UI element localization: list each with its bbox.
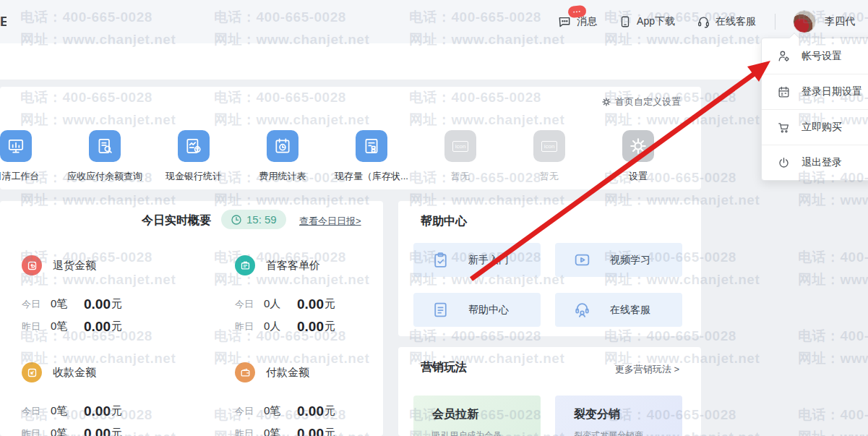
time-value: 15: 59 [246, 213, 277, 226]
expense-calendar-clock-icon [267, 130, 298, 162]
shortcut-receivable-payable-balance[interactable]: 应收应付余额查询 [60, 130, 150, 183]
stat-row: 昨日 0笔 0.00 元 [22, 422, 217, 436]
help-tile-beginner-guide[interactable]: 新手入门 [413, 243, 541, 277]
top-bar: E 消息 ... App下载 在线客服 [0, 0, 868, 43]
menu-item-logout[interactable]: 退出登录 [762, 145, 868, 180]
user-avatar[interactable] [793, 10, 816, 33]
header-band [0, 43, 868, 80]
stat-row: 今日 0笔 0.00 元 [22, 293, 217, 315]
marketing-card: 营销玩法 更多营销玩法 > 会员拉新 吸引用户成为会员 裂变分销 裂变式发展分销… [398, 347, 701, 436]
power-icon [777, 156, 791, 170]
message-icon [557, 14, 572, 29]
help-center-title: 帮助中心 [421, 214, 467, 229]
today-overview-card: 今日实时概要 15: 59 查看今日日报> 退货金额 今日 0笔 0.00 元 [0, 201, 383, 436]
marketing-tile-member-acquisition[interactable]: 会员拉新 吸引用户成为会员 [413, 396, 541, 436]
home-customize-settings-link[interactable]: 首页自定义设置 [601, 95, 681, 108]
app-download-button[interactable]: App下载 [619, 15, 675, 28]
wallet-icon [235, 362, 255, 382]
help-tile-video-learning[interactable]: 视频学习 [555, 243, 682, 277]
help-tile-help-center[interactable]: 帮助中心 [413, 293, 541, 327]
menu-item-buy-now[interactable]: 立即购买 [762, 109, 868, 145]
messages-label: 消息 [577, 15, 597, 28]
shortcut-cash-bank-stats[interactable]: 现金银行统计 [149, 130, 239, 183]
watermark: 电话：400-665-0028网址：www.chanjet.net [798, 403, 868, 436]
person-gear-icon [777, 49, 791, 63]
workbench-monitor-icon [0, 130, 32, 162]
username[interactable]: 李四代 [825, 15, 855, 28]
headset-icon [697, 15, 710, 29]
cash-bank-chart-icon [178, 130, 210, 162]
view-daily-report-link[interactable]: 查看今日日报> [299, 215, 361, 228]
stat-collection-amount: 收款金额 今日 0笔 0.00 元 昨日 0笔 0.00 元 [22, 362, 217, 436]
stat-row: 今日 0笔 0.00 元 [22, 400, 217, 422]
shortcut-expense-report[interactable]: 费用统计表 [238, 130, 327, 183]
shortcut-settings[interactable]: 设置 [593, 130, 683, 183]
marketing-tile-fission-distribution[interactable]: 裂变分销 裂变式发展分销商 [555, 396, 682, 436]
menu-item-login-date-settings[interactable]: 登录日期设置 [762, 74, 868, 109]
app-download-label: App下载 [637, 15, 675, 28]
clock-icon [231, 214, 242, 226]
shortcut-daily-workbench[interactable]: 日清工作台 [0, 130, 61, 183]
online-service-button[interactable]: 在线客服 [697, 15, 756, 29]
placeholder-icon: icon [533, 130, 565, 162]
online-service-label: 在线客服 [716, 15, 756, 28]
stat-row: 昨日 0笔 0.00 元 [22, 315, 217, 338]
menu-item-account-settings[interactable]: 帐号设置 [762, 38, 868, 74]
gear-icon [601, 97, 611, 107]
inventory-doc-icon [356, 130, 387, 162]
clipped-menu-item: E [0, 14, 7, 30]
overview-title: 今日实时概要 [142, 213, 211, 228]
settings-gear-icon [622, 130, 654, 162]
help-center-card: 帮助中心 新手入门 视频学习 帮助中心 [398, 201, 701, 336]
clipboard-check-icon [431, 251, 450, 269]
calendar-icon [777, 85, 791, 99]
shortcut-empty-slot-2[interactable]: icon 暂无 [504, 130, 594, 183]
document-icon [431, 301, 450, 319]
return-arrow-icon [22, 255, 42, 275]
more-marketing-link[interactable]: 更多营销玩法 > [615, 363, 679, 376]
user-dropdown-menu: 帐号设置 登录日期设置 立即购买 退出登录 [761, 38, 868, 181]
messages-button[interactable]: 消息 ... [557, 14, 597, 29]
marketing-title: 营销玩法 [421, 360, 467, 375]
topbar-divider [775, 14, 775, 30]
shortcut-inventory-status[interactable]: 现存量（库存状... [327, 130, 416, 183]
time-pill: 15: 59 [221, 210, 286, 229]
placeholder-icon: icon [444, 130, 476, 162]
service-headset-icon [573, 301, 591, 319]
collection-arrow-icon [22, 362, 42, 382]
watermark: 电话：400-665-0028网址：www.chanjet.net [798, 325, 868, 369]
balance-search-icon [89, 130, 121, 162]
help-tile-online-service[interactable]: 在线客服 [555, 293, 682, 327]
shortcuts-card: 首页自定义设置 日清工作台 应收应付余额查询 现金银行统计 [0, 87, 701, 189]
shopping-cart-icon [777, 121, 791, 134]
mobile-phone-icon [619, 15, 632, 28]
stat-return-amount: 退货金额 今日 0笔 0.00 元 昨日 0笔 0.00 元 [22, 255, 217, 338]
video-play-icon [573, 251, 591, 269]
shortcut-empty-slot-1[interactable]: icon 暂无 [416, 130, 505, 183]
watermark: 电话：400-665-0028网址：www.chanjet.net [798, 246, 868, 291]
customer-card-icon [235, 255, 255, 275]
